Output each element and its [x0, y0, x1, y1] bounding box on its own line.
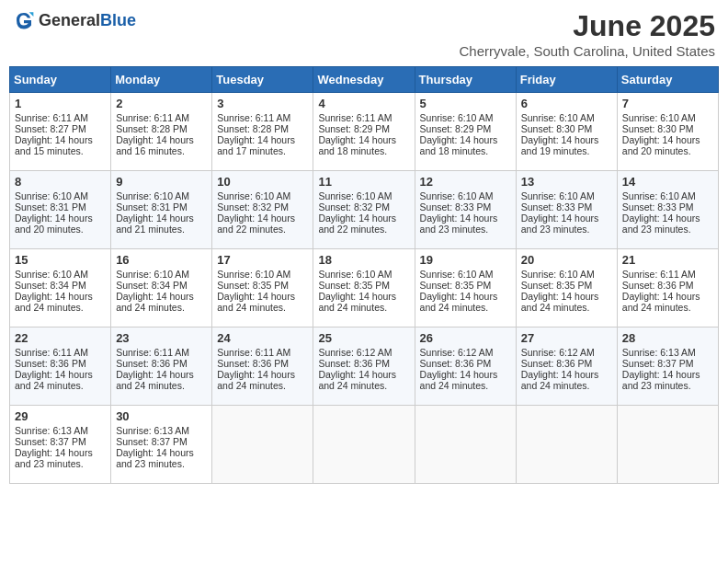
sunrise-label: Sunrise: 6:13 AM [116, 425, 189, 436]
daylight-label: Daylight: 14 hours and 24 minutes. [116, 369, 194, 391]
sunrise-label: Sunrise: 6:10 AM [318, 190, 392, 201]
sunrise-label: Sunrise: 6:12 AM [318, 347, 392, 358]
sunset-label: Sunset: 8:32 PM [318, 201, 390, 213]
calendar-cell: 19 Sunrise: 6:10 AM Sunset: 8:35 PM Dayl… [415, 249, 516, 327]
daylight-label: Daylight: 14 hours and 20 minutes. [15, 213, 93, 235]
calendar-week-row: 29 Sunrise: 6:13 AM Sunset: 8:37 PM Dayl… [10, 406, 719, 484]
daylight-label: Daylight: 14 hours and 18 minutes. [318, 134, 396, 156]
sunset-label: Sunset: 8:34 PM [116, 280, 188, 291]
sunrise-label: Sunrise: 6:10 AM [318, 269, 392, 280]
day-number: 3 [217, 97, 308, 110]
sunrise-label: Sunrise: 6:13 AM [622, 347, 696, 358]
calendar-cell: 2 Sunrise: 6:11 AM Sunset: 8:28 PM Dayli… [111, 93, 212, 171]
sunrise-label: Sunrise: 6:10 AM [116, 269, 189, 280]
day-number: 30 [116, 409, 207, 423]
main-title: June 2025 [460, 9, 715, 43]
daylight-label: Daylight: 14 hours and 23 minutes. [521, 213, 599, 235]
calendar-day-header: Tuesday [212, 67, 313, 93]
logo-text: GeneralBlue [39, 11, 136, 30]
sunset-label: Sunset: 8:27 PM [15, 123, 86, 134]
daylight-label: Daylight: 14 hours and 24 minutes. [420, 291, 498, 313]
sunset-label: Sunset: 8:36 PM [420, 358, 492, 369]
calendar-cell [617, 406, 718, 484]
sunrise-label: Sunrise: 6:10 AM [15, 190, 88, 201]
sunset-label: Sunset: 8:37 PM [622, 358, 694, 369]
calendar-cell [313, 406, 415, 484]
sunrise-label: Sunrise: 6:10 AM [15, 269, 88, 280]
sunset-label: Sunset: 8:36 PM [217, 358, 289, 369]
sunrise-label: Sunrise: 6:12 AM [521, 347, 595, 358]
sunset-label: Sunset: 8:35 PM [420, 280, 492, 291]
sunset-label: Sunset: 8:28 PM [217, 123, 289, 134]
calendar-cell: 16 Sunrise: 6:10 AM Sunset: 8:34 PM Dayl… [111, 249, 212, 327]
logo-general: General [39, 11, 100, 29]
calendar-cell: 6 Sunrise: 6:10 AM Sunset: 8:30 PM Dayli… [516, 93, 617, 171]
sunset-label: Sunset: 8:36 PM [521, 358, 593, 369]
day-number: 16 [116, 253, 207, 267]
sunrise-label: Sunrise: 6:11 AM [217, 112, 290, 123]
daylight-label: Daylight: 14 hours and 19 minutes. [521, 134, 599, 156]
daylight-label: Daylight: 14 hours and 22 minutes. [217, 213, 295, 235]
title-area: June 2025 Cherryvale, South Carolina, Un… [460, 9, 715, 59]
daylight-label: Daylight: 14 hours and 24 minutes. [521, 369, 599, 391]
daylight-label: Daylight: 14 hours and 24 minutes. [15, 291, 93, 313]
daylight-label: Daylight: 14 hours and 23 minutes. [420, 213, 498, 235]
sunrise-label: Sunrise: 6:10 AM [622, 112, 696, 123]
sunset-label: Sunset: 8:29 PM [318, 123, 390, 134]
sunset-label: Sunset: 8:31 PM [116, 201, 188, 213]
day-number: 15 [15, 253, 106, 267]
sunset-label: Sunset: 8:35 PM [217, 280, 289, 291]
sunset-label: Sunset: 8:37 PM [15, 436, 86, 447]
sunset-label: Sunset: 8:34 PM [15, 280, 86, 291]
sunset-label: Sunset: 8:35 PM [318, 280, 390, 291]
daylight-label: Daylight: 14 hours and 24 minutes. [217, 369, 295, 391]
calendar-cell: 14 Sunrise: 6:10 AM Sunset: 8:33 PM Dayl… [617, 171, 718, 249]
sunset-label: Sunset: 8:31 PM [15, 201, 86, 213]
calendar-cell [415, 406, 516, 484]
daylight-label: Daylight: 14 hours and 24 minutes. [217, 291, 295, 313]
day-number: 10 [217, 175, 308, 189]
sunset-label: Sunset: 8:36 PM [622, 280, 694, 291]
day-number: 27 [521, 331, 612, 345]
calendar-cell: 9 Sunrise: 6:10 AM Sunset: 8:31 PM Dayli… [111, 171, 212, 249]
day-number: 18 [318, 253, 409, 267]
day-number: 5 [420, 97, 511, 110]
day-number: 29 [15, 409, 106, 423]
daylight-label: Daylight: 14 hours and 24 minutes. [318, 369, 396, 391]
sunset-label: Sunset: 8:36 PM [116, 358, 188, 369]
sunset-label: Sunset: 8:35 PM [521, 280, 593, 291]
day-number: 9 [116, 175, 207, 189]
day-number: 19 [420, 253, 511, 267]
sunset-label: Sunset: 8:30 PM [521, 123, 593, 134]
calendar-cell: 8 Sunrise: 6:10 AM Sunset: 8:31 PM Dayli… [10, 171, 111, 249]
day-number: 14 [622, 175, 713, 189]
daylight-label: Daylight: 14 hours and 24 minutes. [622, 291, 700, 313]
sunrise-label: Sunrise: 6:10 AM [420, 269, 494, 280]
sunset-label: Sunset: 8:37 PM [116, 436, 188, 447]
calendar-cell: 11 Sunrise: 6:10 AM Sunset: 8:32 PM Dayl… [313, 171, 415, 249]
calendar-cell: 3 Sunrise: 6:11 AM Sunset: 8:28 PM Dayli… [212, 93, 313, 171]
sunset-label: Sunset: 8:36 PM [15, 358, 86, 369]
sunrise-label: Sunrise: 6:10 AM [420, 112, 494, 123]
calendar-cell: 23 Sunrise: 6:11 AM Sunset: 8:36 PM Dayl… [111, 327, 212, 406]
daylight-label: Daylight: 14 hours and 23 minutes. [116, 447, 194, 469]
day-number: 22 [15, 331, 106, 345]
sunset-label: Sunset: 8:36 PM [318, 358, 390, 369]
calendar-cell: 12 Sunrise: 6:10 AM Sunset: 8:33 PM Dayl… [415, 171, 516, 249]
calendar-cell: 24 Sunrise: 6:11 AM Sunset: 8:36 PM Dayl… [212, 327, 313, 406]
calendar-cell: 26 Sunrise: 6:12 AM Sunset: 8:36 PM Dayl… [415, 327, 516, 406]
day-number: 13 [521, 175, 612, 189]
sunrise-label: Sunrise: 6:12 AM [420, 347, 494, 358]
calendar-cell: 7 Sunrise: 6:10 AM Sunset: 8:30 PM Dayli… [617, 93, 718, 171]
calendar-week-row: 8 Sunrise: 6:10 AM Sunset: 8:31 PM Dayli… [10, 171, 719, 249]
day-number: 8 [15, 175, 106, 189]
sunset-label: Sunset: 8:28 PM [116, 123, 188, 134]
calendar-cell: 27 Sunrise: 6:12 AM Sunset: 8:36 PM Dayl… [516, 327, 617, 406]
day-number: 21 [622, 253, 713, 267]
calendar-cell: 15 Sunrise: 6:10 AM Sunset: 8:34 PM Dayl… [10, 249, 111, 327]
sunrise-label: Sunrise: 6:10 AM [521, 269, 595, 280]
sunrise-label: Sunrise: 6:10 AM [217, 190, 290, 201]
calendar-cell [212, 406, 313, 484]
daylight-label: Daylight: 14 hours and 24 minutes. [420, 369, 498, 391]
calendar-week-row: 1 Sunrise: 6:11 AM Sunset: 8:27 PM Dayli… [10, 93, 719, 171]
